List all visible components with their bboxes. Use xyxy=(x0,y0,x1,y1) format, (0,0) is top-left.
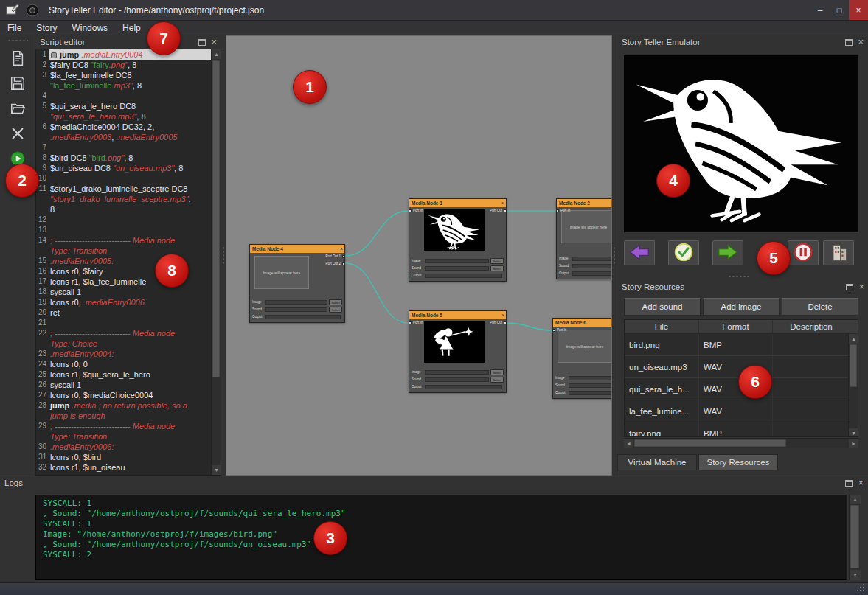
toolbar-drag-handle[interactable] xyxy=(7,39,28,42)
node-title-bar[interactable]: Media Node 6× xyxy=(553,319,612,327)
media-node[interactable]: Media Node 1×Port InPort OutImageSelectS… xyxy=(409,198,507,282)
scroll-right-arrow[interactable]: ► xyxy=(849,439,858,448)
toolbar-new-script-button[interactable] xyxy=(7,49,29,69)
script-row[interactable]: 26syscall 1 xyxy=(36,380,221,390)
script-row[interactable]: 11$story1_drako_luminelle_sceptre DC8 xyxy=(36,184,221,194)
script-editor-scrollbar[interactable]: ▲ ▼ xyxy=(211,49,221,475)
select-button[interactable]: Select xyxy=(329,307,342,313)
script-row[interactable]: jump is enough xyxy=(36,411,221,421)
media-node[interactable]: Media Node 2×Image will appear herePort … xyxy=(556,198,612,279)
select-button[interactable]: Select xyxy=(490,258,504,264)
script-row[interactable]: 32lcons r1, $un_oiseau xyxy=(36,462,221,473)
script-row[interactable]: 21 xyxy=(36,318,221,328)
port-pin-icon[interactable] xyxy=(409,209,412,212)
scroll-down-arrow[interactable]: ▼ xyxy=(212,465,221,475)
script-row[interactable]: 25lcons r1, $qui_sera_le_hero xyxy=(36,369,221,380)
scroll-thumb[interactable] xyxy=(212,60,220,377)
splitter-handle-right[interactable] xyxy=(613,246,616,265)
port-out[interactable]: Port Out xyxy=(490,321,507,324)
close-panel-icon[interactable]: × xyxy=(211,38,217,46)
script-row[interactable]: 4 xyxy=(36,91,221,101)
scroll-thumb[interactable] xyxy=(850,344,857,387)
menu-item-windows[interactable]: Windows xyxy=(64,23,115,33)
splitter-handle-left[interactable] xyxy=(222,246,225,265)
select-button[interactable]: Select xyxy=(329,299,342,305)
close-button[interactable]: × xyxy=(849,0,868,20)
node-close-icon[interactable]: × xyxy=(500,201,506,206)
add-sound-button[interactable]: Add sound xyxy=(624,298,701,316)
port-in[interactable]: Port In xyxy=(409,321,423,324)
logs-scrollbar[interactable]: ▲ ▼ xyxy=(849,495,860,580)
scroll-down-arrow[interactable]: ▼ xyxy=(849,428,858,437)
port-in[interactable]: Port In xyxy=(556,209,570,212)
select-button[interactable]: Select xyxy=(490,377,504,383)
script-row[interactable]: 8 xyxy=(36,204,221,215)
script-row[interactable]: 24lcons r0, 0 xyxy=(36,359,221,369)
close-panel-icon[interactable]: × xyxy=(858,283,864,290)
column-header-format[interactable]: Format xyxy=(699,320,773,333)
select-button[interactable]: Select xyxy=(490,265,504,271)
script-row[interactable]: 15.mediaEntry0005: xyxy=(36,256,221,266)
select-button[interactable]: Select xyxy=(490,369,504,375)
media-node[interactable]: Media Node 5×Port InPort OutImageSelectS… xyxy=(409,310,507,393)
port-pin-icon[interactable] xyxy=(342,255,345,258)
port-out[interactable]: Port Out 2 xyxy=(325,262,345,265)
script-row[interactable]: 23.mediaEntry0004: xyxy=(36,349,221,359)
node-graph-canvas[interactable]: Media Node 4×Image will appear herePort … xyxy=(226,35,612,476)
close-panel-icon[interactable]: × xyxy=(858,479,864,487)
script-row[interactable]: "story1_drako_luminelle_sceptre.mp3", xyxy=(36,194,221,204)
script-row[interactable]: 19lcons r0, .mediaEntry0006 xyxy=(36,297,221,307)
scroll-up-arrow[interactable]: ▲ xyxy=(850,495,861,504)
resize-grip[interactable] xyxy=(863,590,864,591)
script-row[interactable]: 7 xyxy=(36,142,221,153)
scroll-up-arrow[interactable]: ▲ xyxy=(849,334,858,344)
minimize-button[interactable]: – xyxy=(810,0,830,20)
table-row[interactable]: bird.pngBMP xyxy=(625,334,858,356)
table-row[interactable]: la_fee_lumine...WAV xyxy=(625,400,858,422)
tab-virtual-machine[interactable]: Virtual Machine xyxy=(617,454,697,470)
port-out[interactable]: Port Out xyxy=(490,209,507,212)
port-pin-icon[interactable] xyxy=(409,321,412,324)
node-close-icon[interactable]: × xyxy=(338,246,344,251)
float-panel-icon[interactable] xyxy=(845,39,853,46)
pause-button[interactable] xyxy=(788,240,819,265)
emulator-splitter-handle[interactable] xyxy=(728,275,750,278)
port-out[interactable]: Port Out 1 xyxy=(325,254,345,258)
table-hscrollbar[interactable]: ◄ ► xyxy=(624,438,858,448)
column-header-file[interactable]: File xyxy=(625,320,699,333)
port-in[interactable]: Port In xyxy=(409,209,423,212)
node-close-icon[interactable]: × xyxy=(500,313,506,318)
port-in[interactable]: Port In xyxy=(552,328,566,332)
script-editor[interactable]: 1jump .mediaEntry00042$fairy DC8 "fairy.… xyxy=(35,49,221,476)
script-row[interactable]: 14; ---------------------------- Media n… xyxy=(36,235,221,246)
menu-item-story[interactable]: Story xyxy=(29,23,64,33)
port-pin-icon[interactable] xyxy=(552,329,555,332)
port-pin-icon[interactable] xyxy=(504,209,507,212)
scroll-up-arrow[interactable]: ▲ xyxy=(212,49,221,59)
script-row[interactable]: 17lcons r1, $la_fee_luminelle xyxy=(36,276,221,287)
media-node[interactable]: Media Node 4×Image will appear herePort … xyxy=(249,244,345,323)
menu-item-help[interactable]: Help xyxy=(115,23,148,33)
script-row[interactable]: 13 xyxy=(36,225,221,235)
script-row[interactable]: 1jump .mediaEntry0004 xyxy=(36,49,221,60)
script-row[interactable]: 30.mediaEntry0006: xyxy=(36,442,221,452)
port-pin-icon[interactable] xyxy=(504,321,507,324)
script-row[interactable]: 8$bird DC8 "bird.png", 8 xyxy=(36,153,221,163)
scroll-thumb[interactable] xyxy=(850,505,859,568)
maximize-button[interactable]: □ xyxy=(830,0,849,20)
close-panel-icon[interactable]: × xyxy=(858,38,864,46)
script-row[interactable]: 10 xyxy=(36,173,221,184)
toolbar-open-button[interactable] xyxy=(7,99,29,119)
float-panel-icon[interactable] xyxy=(198,39,206,46)
table-row[interactable]: fairy.pngBMP xyxy=(625,422,858,437)
script-row[interactable]: 18syscall 1 xyxy=(36,287,221,297)
table-vscrollbar[interactable]: ▲ ▼ xyxy=(848,334,858,437)
float-panel-icon[interactable] xyxy=(846,284,853,290)
script-row[interactable]: 9$un_oiseau DC8 "un_oiseau.mp3", 8 xyxy=(36,163,221,173)
script-row[interactable]: "la_fee_luminelle.mp3", 8 xyxy=(36,80,221,91)
script-row[interactable]: 28jump .media ; no return possible, so a xyxy=(36,400,221,411)
script-row[interactable]: 29; ---------------------------- Media n… xyxy=(36,421,221,431)
scroll-thumb[interactable] xyxy=(634,439,786,447)
script-row[interactable]: 20ret xyxy=(36,307,221,318)
script-row[interactable]: 27lcons r0, $mediaChoice0004 xyxy=(36,390,221,400)
